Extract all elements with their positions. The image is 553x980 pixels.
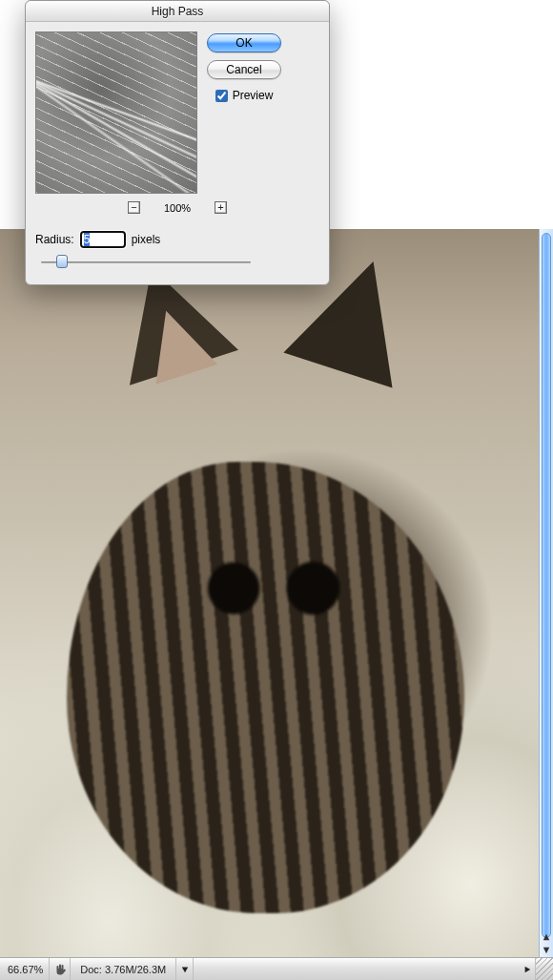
doc-label: Doc: [80, 964, 102, 975]
svg-marker-3 [524, 966, 530, 971]
svg-marker-0 [543, 934, 549, 940]
radius-label: Radius: [35, 233, 74, 246]
status-bar: 66.67% Doc: 3.76M/26.3M [0, 957, 553, 980]
cancel-button[interactable]: Cancel [207, 60, 281, 79]
preview-image [36, 32, 196, 193]
slider-track [41, 261, 251, 263]
document-image [0, 229, 553, 957]
filter-preview[interactable] [35, 31, 197, 194]
radius-input[interactable] [80, 231, 126, 248]
scroll-up-icon[interactable] [540, 930, 553, 944]
zoom-in-button[interactable]: + [215, 201, 227, 214]
svg-marker-2 [182, 967, 188, 972]
slider-thumb[interactable] [56, 255, 68, 268]
svg-marker-1 [543, 948, 549, 953]
preview-checkbox-row[interactable]: Preview [215, 89, 274, 102]
image-region [67, 462, 465, 913]
dialog-title: High Pass [152, 5, 204, 18]
document-canvas[interactable] [0, 229, 553, 957]
doc-size: Doc: 3.76M/26.3M [71, 958, 176, 980]
zoom-level[interactable]: 66.67% [0, 958, 50, 980]
preview-checkbox-label: Preview [233, 89, 274, 102]
preview-zoom-value: 100% [161, 202, 194, 214]
doc-value: 3.76M/26.3M [105, 964, 166, 975]
dialog-titlebar[interactable]: High Pass [26, 1, 329, 22]
radius-slider[interactable] [41, 254, 251, 271]
scrollbar-thumb[interactable] [542, 233, 551, 938]
high-pass-dialog: High Pass OK Cancel Preview − 100% + Rad… [25, 0, 330, 285]
vertical-scrollbar[interactable] [539, 229, 553, 957]
scroll-right-icon[interactable] [519, 958, 536, 980]
info-menu-icon[interactable] [176, 958, 194, 980]
ok-button[interactable]: OK [207, 33, 281, 52]
radius-unit: pixels [132, 233, 161, 246]
hand-icon[interactable] [50, 958, 71, 980]
scroll-down-icon[interactable] [540, 944, 553, 957]
resize-grip-icon[interactable] [536, 958, 553, 980]
preview-checkbox[interactable] [215, 90, 228, 102]
zoom-out-button[interactable]: − [128, 201, 140, 214]
